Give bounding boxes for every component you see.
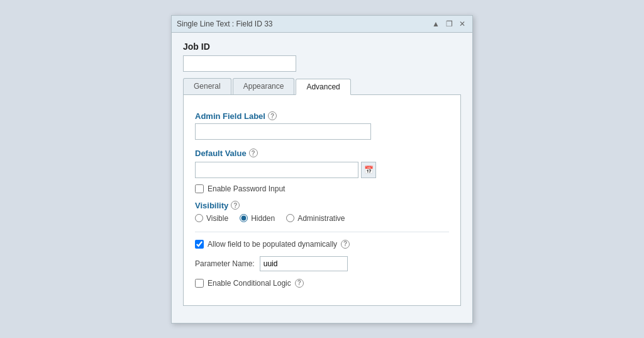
parameter-name-label: Parameter Name: xyxy=(195,259,255,268)
visibility-radio-group: Visible Hidden Administrative xyxy=(195,214,449,223)
visibility-administrative-option[interactable]: Administrative xyxy=(286,214,345,223)
visibility-visible-option[interactable]: Visible xyxy=(195,214,228,223)
default-value-help-icon[interactable]: ? xyxy=(249,149,258,157)
conditional-logic-row: Enable Conditional Logic ? xyxy=(195,279,449,288)
admin-field-label-help-icon[interactable]: ? xyxy=(268,111,277,120)
field-main-input[interactable] xyxy=(183,55,296,72)
default-value-heading: Default Value ? xyxy=(195,149,449,158)
conditional-logic-help-icon[interactable]: ? xyxy=(295,279,304,288)
enable-password-row: Enable Password Input xyxy=(195,184,449,193)
admin-field-label-heading: Admin Field Label ? xyxy=(195,111,449,121)
admin-field-label-input[interactable] xyxy=(195,123,371,140)
visibility-visible-radio[interactable] xyxy=(195,214,203,222)
restore-icon[interactable]: ❐ xyxy=(444,19,455,29)
visibility-heading: Visibility ? xyxy=(195,201,449,210)
parameter-name-input[interactable] xyxy=(260,256,348,271)
visibility-hidden-option[interactable]: Hidden xyxy=(240,214,275,223)
divider xyxy=(195,232,449,232)
minimize-icon[interactable]: ▲ xyxy=(430,19,441,29)
dialog-titlebar: Single Line Text : Field ID 33 ▲ ❐ ✕ xyxy=(172,16,472,33)
visibility-help-icon[interactable]: ? xyxy=(231,201,240,210)
tab-general[interactable]: General xyxy=(183,78,231,94)
dialog-window: Single Line Text : Field ID 33 ▲ ❐ ✕ Job… xyxy=(171,15,473,324)
visibility-hidden-radio[interactable] xyxy=(240,214,248,222)
field-main-label: Job ID xyxy=(183,42,461,52)
dialog-title: Single Line Text : Field ID 33 xyxy=(177,20,273,28)
calendar-button[interactable]: 📅 xyxy=(361,162,376,178)
populate-dynamically-help-icon[interactable]: ? xyxy=(341,240,350,249)
default-value-row: 📅 xyxy=(195,162,449,178)
tabs-bar: General Appearance Advanced xyxy=(183,78,461,95)
populate-dynamically-checkbox[interactable] xyxy=(195,240,204,249)
populate-dynamically-row: Allow field to be populated dynamically … xyxy=(195,240,449,249)
tab-content-advanced: Admin Field Label ? Default Value ? 📅 En… xyxy=(183,95,461,306)
visibility-administrative-radio[interactable] xyxy=(286,214,294,222)
parameter-name-row: Parameter Name: xyxy=(195,256,449,271)
close-icon[interactable]: ✕ xyxy=(457,19,467,29)
titlebar-icons: ▲ ❐ ✕ xyxy=(430,19,467,29)
dialog-body: Job ID General Appearance Advanced Admin… xyxy=(172,33,472,312)
populate-dynamically-label: Allow field to be populated dynamically xyxy=(208,240,337,249)
tab-appearance[interactable]: Appearance xyxy=(233,78,295,94)
conditional-logic-checkbox[interactable] xyxy=(195,279,204,288)
tab-advanced[interactable]: Advanced xyxy=(296,79,350,95)
default-value-input[interactable] xyxy=(195,162,358,178)
enable-password-label: Enable Password Input xyxy=(208,184,285,193)
enable-password-checkbox[interactable] xyxy=(195,184,204,193)
conditional-logic-label: Enable Conditional Logic xyxy=(208,279,291,288)
